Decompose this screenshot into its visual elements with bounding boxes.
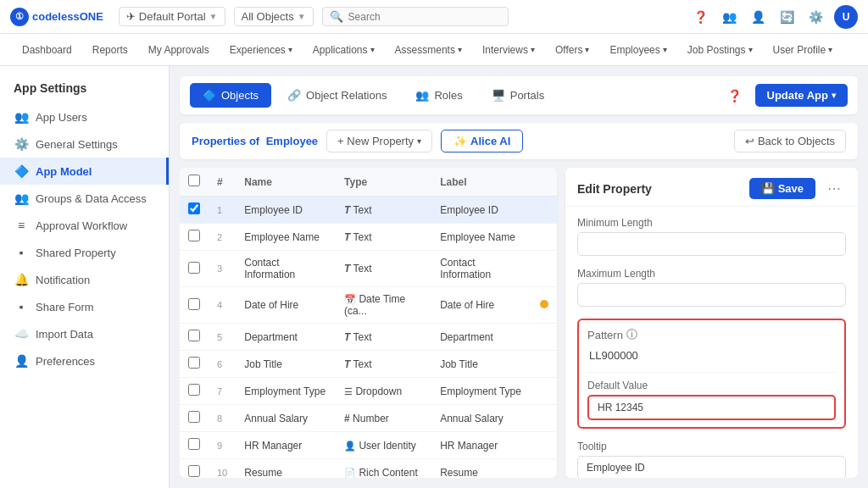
portal-selector[interactable]: ✈ Default Portal ▼ [119, 7, 225, 26]
row-name-5: Department [236, 324, 336, 351]
tab-relations-label: Object Relations [306, 89, 387, 102]
row-checkbox-3[interactable] [188, 262, 200, 274]
sidebar-label-approval: Approval Workflow [36, 219, 127, 232]
sidebar-item-groups-data-access[interactable]: 👥 Groups & Data Access [0, 185, 169, 212]
row-checkbox-9[interactable] [188, 438, 200, 450]
row-checkbox-7[interactable] [188, 384, 200, 396]
all-objects-selector[interactable]: All Objects ▼ [234, 7, 314, 26]
row-flag-5 [531, 324, 557, 351]
table-row[interactable]: 10 Resume 📄 Rich Content Resume [180, 459, 557, 479]
nav-item-experiences[interactable]: Experiences ▾ [221, 37, 301, 63]
more-options-button[interactable]: ⋯ [822, 179, 846, 198]
table-row[interactable]: 8 Annual Salary # Number Annual Salary [180, 405, 557, 432]
table-row[interactable]: 5 Department T Text Department [180, 324, 557, 351]
sidebar-item-notification[interactable]: 🔔 Notification [0, 266, 169, 293]
users-icon[interactable]: 👥 [719, 7, 739, 27]
table-row[interactable]: 7 Employment Type ☰ Dropdown Employment … [180, 378, 557, 405]
row-type-4: 📅 Date Time (ca... [336, 287, 431, 324]
default-value-input[interactable] [587, 395, 836, 420]
row-name-9: HR Manager [236, 432, 336, 459]
sidebar-item-approval-workflow[interactable]: ≡ Approval Workflow [0, 212, 169, 239]
sidebar-item-app-model[interactable]: 🔷 App Model [0, 158, 169, 185]
tab-object-relations[interactable]: 🔗 Object Relations [275, 83, 399, 108]
sidebar-item-app-users[interactable]: 👥 App Users [0, 103, 169, 130]
back-label: Back to Objects [758, 135, 835, 147]
row-checkbox-5[interactable] [188, 330, 200, 341]
search-input[interactable] [348, 11, 501, 23]
nav-item-employees[interactable]: Employees ▾ [601, 37, 675, 63]
update-app-button[interactable]: Update App ▾ [755, 84, 848, 107]
default-value-label: Default Value [587, 380, 836, 391]
settings-icon[interactable]: ⚙️ [805, 7, 826, 27]
shared-icon: ▪ [14, 246, 29, 259]
sidebar-item-preferences[interactable]: 👤 Preferences [0, 347, 169, 374]
row-flag-6 [531, 351, 557, 378]
pattern-info-icon[interactable]: ⓘ [626, 327, 637, 342]
row-checkbox-1[interactable] [188, 202, 200, 214]
history-icon[interactable]: 🔄 [776, 7, 797, 27]
sidebar-label-app-users: App Users [36, 111, 87, 124]
row-name-8: Annual Salary [236, 405, 336, 432]
tabs-left: 🔷 Objects 🔗 Object Relations 👥 Roles 🖥️ … [190, 83, 557, 108]
user-icon[interactable]: 👤 [748, 7, 768, 27]
table-row[interactable]: 3 Contact Information T Text Contact Inf… [180, 251, 557, 287]
tooltip-input[interactable] [577, 456, 846, 478]
table-row[interactable]: 6 Job Title T Text Job Title [180, 351, 557, 378]
table-row[interactable]: 9 HR Manager 👤 User Identity HR Manager [180, 432, 557, 459]
nav-item-job-postings[interactable]: Job Postings ▾ [679, 37, 761, 63]
alice-ai-button[interactable]: ✨ Alice AI [441, 130, 523, 152]
row-checkbox-10[interactable] [188, 465, 200, 477]
sidebar-item-general-settings[interactable]: ⚙️ General Settings [0, 130, 169, 158]
new-property-button[interactable]: + New Property ▾ [326, 130, 432, 152]
props-bar: Properties of Employee + New Property ▾ … [180, 123, 858, 159]
row-checkbox-6[interactable] [188, 357, 200, 369]
logo-icon: ① [10, 8, 29, 26]
row-type-7: ☰ Dropdown [336, 378, 431, 405]
topbar: ① codelessONE ✈ Default Portal ▼ All Obj… [0, 0, 868, 34]
nav-item-user-profile[interactable]: User Profile ▾ [765, 37, 842, 63]
nav-item-applications[interactable]: Applications ▾ [304, 37, 383, 63]
nav-item-approvals[interactable]: My Approvals [140, 37, 218, 63]
min-length-group: Minimum Length [577, 217, 846, 256]
row-name-7: Employment Type [236, 378, 336, 405]
rp-header: Edit Property 💾 Save ⋯ [565, 168, 858, 207]
max-length-input[interactable] [577, 283, 846, 307]
logo-text: codelessONE [32, 10, 103, 23]
row-label-10: Resume [431, 459, 531, 479]
sidebar-item-import-data[interactable]: ☁️ Import Data [0, 320, 169, 347]
row-label-6: Job Title [431, 351, 531, 378]
nav-item-dashboard[interactable]: Dashboard [14, 37, 81, 63]
table-row[interactable]: 1 Employee ID T Text Employee ID [180, 197, 557, 224]
save-button[interactable]: 💾 Save [749, 178, 815, 199]
row-flag-3 [531, 251, 557, 287]
sidebar-item-share-form[interactable]: ▪ Share Form [0, 293, 169, 320]
row-label-4: Date of Hire [431, 287, 531, 324]
search-box[interactable]: 🔍 [322, 7, 509, 26]
nav-item-offers[interactable]: Offers ▾ [547, 37, 598, 63]
tab-portals-label: Portals [510, 89, 544, 102]
tab-objects[interactable]: 🔷 Objects [190, 83, 271, 108]
nav-item-assessments[interactable]: Assessments ▾ [387, 37, 470, 63]
right-panel: Edit Property 💾 Save ⋯ Minimum Length [565, 168, 858, 478]
row-checkbox-2[interactable] [188, 230, 200, 241]
col-num: # [209, 168, 236, 197]
tab-portals[interactable]: 🖥️ Portals [479, 83, 557, 108]
back-to-objects-button[interactable]: ↩ Back to Objects [734, 130, 846, 152]
tab-roles[interactable]: 👥 Roles [403, 83, 475, 108]
avatar[interactable]: U [834, 5, 858, 29]
table-row[interactable]: 4 Date of Hire 📅 Date Time (ca... Date o… [180, 287, 557, 324]
sidebar-item-shared-property[interactable]: ▪ Shared Property [0, 239, 169, 266]
row-checkbox-8[interactable] [188, 411, 200, 423]
select-all-checkbox[interactable] [188, 175, 200, 186]
min-length-label: Minimum Length [577, 217, 846, 229]
table-row[interactable]: 2 Employee Name T Text Employee Name [180, 224, 557, 251]
edit-property-title: Edit Property [577, 182, 652, 196]
tabs-help-icon[interactable]: ❓ [727, 89, 742, 103]
nav-item-interviews[interactable]: Interviews ▾ [474, 37, 543, 63]
row-name-3: Contact Information [236, 251, 336, 287]
row-checkbox-4[interactable] [188, 298, 200, 310]
min-length-input[interactable] [577, 232, 846, 256]
row-flag-2 [531, 224, 557, 251]
help-icon[interactable]: ❓ [690, 7, 710, 27]
nav-item-reports[interactable]: Reports [84, 37, 136, 63]
